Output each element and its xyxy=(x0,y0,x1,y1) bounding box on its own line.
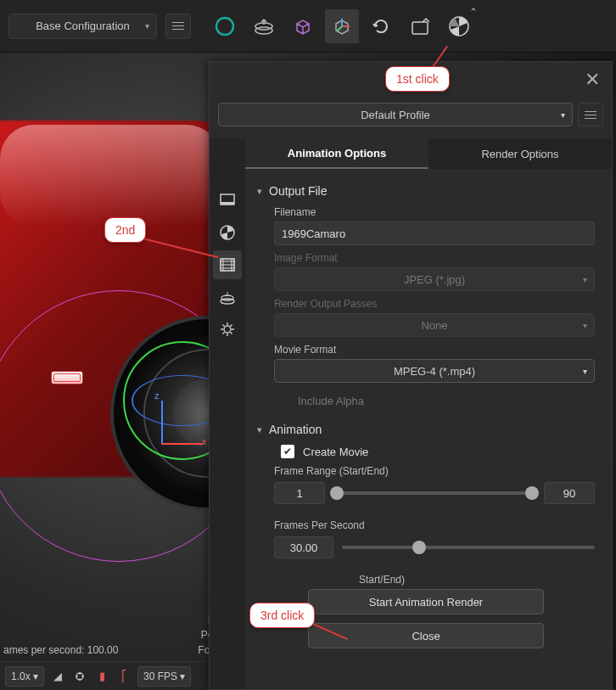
configuration-menu-button[interactable] xyxy=(165,14,191,39)
fps-slider-thumb[interactable] xyxy=(412,541,426,554)
options-scroll-area[interactable]: ▾ Output File Filename Image Format JPEG… xyxy=(245,169,612,689)
close-icon[interactable]: ✕ xyxy=(585,69,600,91)
chevron-down-icon: ▾ xyxy=(583,321,587,330)
svg-point-12 xyxy=(224,326,231,333)
timeline-zoom-select[interactable]: 1.0x ▾ xyxy=(5,666,44,687)
status-fps: ames per second: 100.00 xyxy=(3,642,212,658)
fps-input[interactable] xyxy=(274,536,333,558)
frame-start-input[interactable] xyxy=(274,482,325,504)
movie-format-value: MPEG-4 (*.mp4) xyxy=(394,365,475,378)
side-marker-light xyxy=(51,371,83,384)
filename-label: Filename xyxy=(274,206,595,218)
status-bar: ames per second: 100.00 xyxy=(0,642,212,658)
frame-range-start-thumb[interactable] xyxy=(330,486,344,500)
gizmo-label-x: x xyxy=(202,436,207,446)
close-button-label: Close xyxy=(412,630,440,642)
side-tab-camera[interactable] xyxy=(213,218,242,247)
include-alpha-label: Include Alpha xyxy=(298,395,364,407)
snapshot-icon[interactable] xyxy=(403,9,437,43)
prev-keyframe-icon[interactable]: ◢ xyxy=(49,668,66,685)
frame-range-row xyxy=(274,482,595,504)
refresh-icon[interactable] xyxy=(364,9,398,43)
render-settings-icon[interactable] xyxy=(442,9,476,43)
configuration-dropdown[interactable]: Base Configuration ▾ xyxy=(8,14,157,39)
render-passes-select: None ▾ xyxy=(274,313,595,337)
create-movie-label: Create Movie xyxy=(303,446,368,458)
close-button[interactable]: Close xyxy=(308,623,544,648)
options-tabstrip: Animation Options Render Options xyxy=(245,138,612,169)
side-tab-settings[interactable] xyxy=(213,315,242,344)
configuration-label: Base Configuration xyxy=(36,20,130,32)
section-output-file-title: Output File xyxy=(269,184,327,198)
gizmo-tool-icon[interactable] xyxy=(325,9,359,43)
profile-row: Default Profile ▾ xyxy=(210,98,612,138)
section-animation-title: Animation xyxy=(269,423,322,436)
timeline-zoom-value: 1.0x xyxy=(11,670,31,682)
tab-animation-label: Animation Options xyxy=(288,147,386,160)
timeline-fps-select[interactable]: 30 FPS ▾ xyxy=(137,666,191,687)
tab-render-options[interactable]: Render Options xyxy=(428,138,612,169)
tab-animation-options[interactable]: Animation Options xyxy=(245,138,428,169)
movie-format-label: Movie Format xyxy=(274,344,595,356)
render-settings-panel: ✕ Default Profile ▾ xyxy=(209,61,613,690)
fps-slider[interactable] xyxy=(342,546,595,549)
fps-label: Frames Per Second xyxy=(274,519,595,531)
side-tab-strip xyxy=(210,138,245,689)
tab-render-label: Render Options xyxy=(481,148,558,160)
chevron-down-icon: ▾ xyxy=(145,21,149,31)
image-format-label: Image Format xyxy=(274,252,595,264)
create-movie-row: ✔ Create Movie xyxy=(281,445,595,458)
start-render-label: Start Animation Render xyxy=(369,596,483,609)
frame-range-end-thumb[interactable] xyxy=(525,486,539,500)
frame-range-label: Frame Range (Start/End) xyxy=(274,465,595,477)
car-highlight xyxy=(0,125,221,227)
movie-format-select[interactable]: MPEG-4 (*.mp4) ▾ xyxy=(274,359,595,383)
render-passes-value: None xyxy=(421,319,447,332)
cube-wireframe-icon[interactable] xyxy=(286,9,320,43)
add-keyframe-icon[interactable] xyxy=(71,668,88,685)
gizmo-axis-x[interactable] xyxy=(161,443,204,445)
side-tab-output[interactable] xyxy=(213,186,242,215)
chevron-down-icon: ▾ xyxy=(583,367,587,376)
create-movie-checkbox[interactable]: ✔ xyxy=(281,445,294,458)
chevron-down-icon: ▾ xyxy=(561,110,565,120)
side-tab-animation[interactable] xyxy=(213,250,242,279)
turntable-tool-icon[interactable] xyxy=(247,9,281,43)
frame-end-input[interactable] xyxy=(544,482,595,504)
chevron-down-icon: ▾ xyxy=(257,186,262,197)
profile-menu-button[interactable] xyxy=(578,103,603,126)
timeline-toolbar: 1.0x ▾ ◢ ▮ ⎡ 30 FPS ▾ xyxy=(0,661,212,690)
transform-gizmo[interactable]: x z xyxy=(127,384,195,452)
section-output-file-header[interactable]: ▾ Output File xyxy=(257,184,595,198)
svg-point-0 xyxy=(216,18,233,35)
render-profile-select[interactable]: Default Profile ▾ xyxy=(218,103,573,126)
render-profile-value: Default Profile xyxy=(361,109,430,121)
image-format-select: JPEG (*.jpg) ▾ xyxy=(274,267,595,291)
svg-rect-7 xyxy=(221,202,234,205)
panel-header: ✕ xyxy=(210,62,612,98)
svg-rect-3 xyxy=(412,22,428,34)
render-passes-label: Render Output Passes xyxy=(274,298,595,310)
animation-range-label-clipped: Start/End) xyxy=(274,574,595,586)
sphere-tool-icon[interactable] xyxy=(208,9,242,43)
chevron-down-icon: ▾ xyxy=(583,275,587,284)
frame-range-slider[interactable] xyxy=(333,491,535,495)
gizmo-label-z: z xyxy=(154,390,160,401)
image-format-value: JPEG (*.jpg) xyxy=(404,273,465,286)
start-animation-render-button[interactable]: Start Animation Render xyxy=(308,589,544,614)
chevron-down-icon: ▾ xyxy=(257,424,262,435)
filename-input[interactable] xyxy=(274,222,595,245)
top-toolbar: Base Configuration ▾ xyxy=(0,0,616,53)
timeline-fps-value: 30 FPS xyxy=(143,670,177,682)
keyframe-marker-icon[interactable]: ▮ xyxy=(93,668,110,685)
tool-icon-group xyxy=(208,9,476,43)
fps-row xyxy=(274,536,595,558)
gizmo-axis-z[interactable] xyxy=(161,401,163,443)
side-tab-environment[interactable] xyxy=(213,283,242,311)
keyframe-bracket-icon[interactable]: ⎡ xyxy=(115,668,132,685)
section-animation-header[interactable]: ▾ Animation xyxy=(257,423,595,436)
